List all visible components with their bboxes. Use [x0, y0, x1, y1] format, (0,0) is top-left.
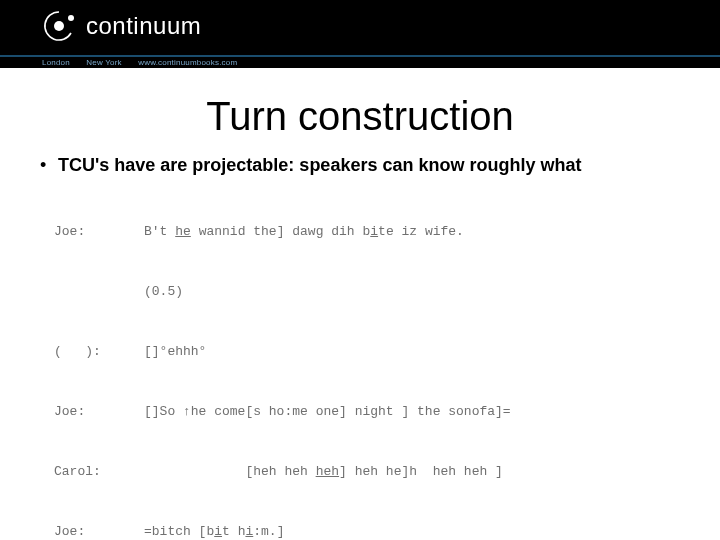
svg-point-0	[54, 21, 64, 31]
transcript-line: Joe: =bitch [bit hi:m.]	[30, 522, 690, 540]
bullet-1-text: TCU's have are projectable: speakers can…	[58, 155, 581, 176]
arrow-cell	[30, 282, 54, 302]
speaker-cell: Joe:	[54, 522, 144, 540]
arrow-cell	[30, 402, 54, 422]
transcript-line: Joe: B't he wannid the] dawg dih bite iz…	[30, 222, 690, 242]
arrow-cell	[30, 342, 54, 362]
speaker-cell: Joe:	[54, 402, 144, 422]
svg-point-1	[68, 15, 74, 21]
speaker-cell: Carol:	[54, 462, 144, 482]
bullet-1: • TCU's have are projectable: speakers c…	[0, 155, 720, 176]
utterance-cell: []°ehhh°	[144, 342, 690, 362]
utterance-cell: (0.5)	[144, 282, 690, 302]
arrow-cell	[30, 462, 54, 482]
transcript-line: ( ): []°ehhh°	[30, 342, 690, 362]
logo-block: continuum	[0, 0, 720, 52]
speaker-cell	[54, 282, 144, 302]
utterance-cell: B't he wannid the] dawg dih bite iz wife…	[144, 222, 690, 242]
brand-name: continuum	[86, 12, 201, 40]
transcript-block-1: Joe: B't he wannid the] dawg dih bite iz…	[30, 182, 690, 540]
speaker-cell: ( ):	[54, 342, 144, 362]
utterance-cell: []So ↑he come[s ho:me one] night ] the s…	[144, 402, 690, 422]
transcript-line: (0.5)	[30, 282, 690, 302]
logo-icon	[42, 9, 76, 43]
header-loc1: London	[42, 58, 70, 67]
utterance-cell: =bitch [bit hi:m.]	[144, 522, 690, 540]
utterance-cell: [heh heh heh] heh he]h heh heh ]	[144, 462, 690, 482]
arrow-cell	[30, 222, 54, 242]
header-loc2: New York	[86, 58, 121, 67]
transcript-line: Joe: []So ↑he come[s ho:me one] night ] …	[30, 402, 690, 422]
transcript-line: Carol: [heh heh heh] heh he]h heh heh ]	[30, 462, 690, 482]
bullet-dot-icon: •	[40, 155, 58, 176]
speaker-cell: Joe:	[54, 222, 144, 242]
header-bar: continuum London New York www.continuumb…	[0, 0, 720, 68]
header-url: www.continuumbooks.com	[138, 58, 237, 67]
slide-title: Turn construction	[0, 94, 720, 139]
arrow-cell	[30, 522, 54, 540]
header-subtext: London New York www.continuumbooks.com	[42, 57, 251, 68]
